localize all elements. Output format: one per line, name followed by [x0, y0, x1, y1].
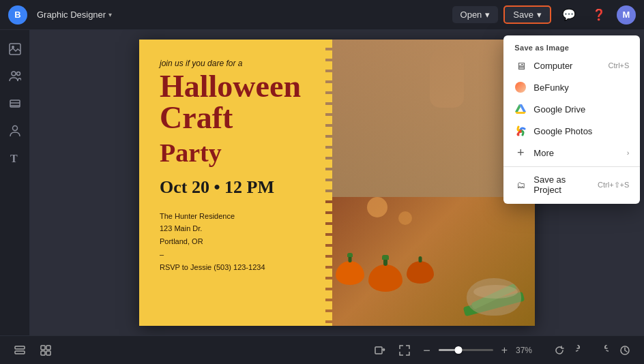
help-button[interactable]: ❓ [587, 5, 611, 25]
dropdown-item-more[interactable]: + More › [503, 142, 640, 164]
svg-marker-3 [515, 112, 526, 114]
redo-button[interactable] [594, 342, 613, 359]
sidebar-item-text[interactable]: T [3, 146, 27, 170]
zoom-in-icon: + [501, 345, 508, 356]
app-logo[interactable]: B [8, 5, 27, 25]
zoom-percent-label: 37% [516, 346, 536, 355]
resize-button[interactable] [370, 342, 390, 359]
open-chevron: ▾ [485, 10, 490, 20]
app-name-button[interactable]: Graphic Designer ▾ [33, 7, 116, 22]
invite-address1: The Hunter Residence [160, 210, 306, 223]
save-button-wrapper: Save ▾ Save as Image 🖥 Computer Ctrl+S B… [503, 5, 551, 24]
sidebar-item-layers[interactable] [3, 91, 27, 116]
computer-icon: 🖥 [514, 59, 527, 72]
svg-marker-2 [515, 104, 521, 112]
dropdown-item-gdrive[interactable]: Google Drive [503, 98, 640, 120]
bottombar: − + 37% [0, 335, 644, 364]
sidebar-item-people[interactable] [3, 64, 27, 89]
open-button[interactable]: Open ▾ [452, 6, 499, 23]
gphotos-icon [514, 125, 527, 137]
avatar[interactable]: M [617, 5, 636, 25]
expand-button[interactable] [394, 342, 415, 359]
dropdown-item-computer[interactable]: 🖥 Computer Ctrl+S [503, 55, 640, 76]
undo-button[interactable] [572, 342, 591, 359]
invite-address2: 123 Main Dr. [160, 222, 306, 235]
svg-point-8 [16, 72, 20, 76]
dropdown-item-save-project-label: Save as Project [533, 175, 591, 195]
bottom-right-controls [550, 342, 634, 359]
svg-rect-15 [15, 351, 25, 354]
dropdown-divider [503, 166, 640, 167]
save-dropdown-menu: Save as Image 🖥 Computer Ctrl+S BeFunky [503, 35, 640, 204]
invite-join-text: join us if you dare for a [160, 59, 306, 68]
befunky-icon [514, 81, 527, 93]
svg-text:T: T [10, 153, 18, 164]
svg-rect-16 [41, 346, 45, 350]
gdrive-icon [514, 103, 527, 115]
project-icon: 🗂 [514, 179, 527, 191]
dropdown-item-gphotos[interactable]: Google Photos [503, 120, 640, 142]
layers-toggle-button[interactable] [10, 342, 30, 359]
dropdown-item-gdrive-label: Google Drive [533, 104, 585, 115]
svg-rect-5 [10, 44, 20, 55]
topbar: B Graphic Designer ▾ Open ▾ Save ▾ Save … [0, 0, 644, 30]
zoom-out-icon: − [423, 344, 430, 357]
save-button[interactable]: Save ▾ [503, 5, 551, 24]
svg-point-7 [12, 72, 16, 76]
dropdown-item-gphotos-label: Google Photos [533, 126, 592, 136]
svg-point-12 [12, 126, 17, 131]
svg-rect-18 [41, 351, 45, 355]
dropdown-shortcut-save-project: Ctrl+⇧+S [598, 181, 629, 189]
sidebar-item-images[interactable] [3, 37, 27, 61]
svg-rect-20 [375, 347, 382, 354]
dropdown-item-computer-label: Computer [533, 61, 572, 71]
zoom-slider[interactable] [439, 349, 493, 351]
invite-rsvp: RSVP to Jessie (503) 123-1234 [160, 261, 306, 274]
card-left-panel: join us if you dare for a Halloween Craf… [139, 40, 325, 326]
invite-details: The Hunter Residence 123 Main Dr. Portla… [160, 210, 306, 273]
invite-title-party: Party [160, 139, 306, 168]
invite-date: Oct 20 • 12 PM [160, 177, 306, 198]
save-label: Save [513, 10, 533, 20]
zoom-slider-thumb [455, 346, 463, 354]
save-chevron: ▾ [537, 10, 542, 20]
svg-rect-19 [46, 351, 50, 355]
dropdown-section-label: Save as Image [503, 40, 640, 55]
dropdown-item-more-label: More [533, 148, 554, 158]
app-name-label: Graphic Designer [37, 10, 106, 20]
refresh-button[interactable] [550, 342, 569, 359]
sidebar-item-users[interactable] [3, 119, 27, 143]
dropdown-item-befunky-label: BeFunky [533, 82, 568, 93]
zoom-out-button[interactable]: − [419, 343, 435, 358]
more-arrow-icon: › [627, 149, 630, 157]
invite-address3: Portland, OR [160, 235, 306, 248]
zoom-in-button[interactable]: + [497, 344, 512, 357]
dropdown-shortcut-computer: Ctrl+S [608, 61, 629, 70]
left-sidebar: T [0, 30, 30, 335]
invite-title-craft: Craft [160, 102, 306, 134]
chat-button[interactable]: 💬 [557, 5, 581, 25]
app-name-chevron: ▾ [108, 11, 112, 18]
invite-title-halloween: Halloween [160, 71, 306, 102]
dropdown-item-save-project[interactable]: 🗂 Save as Project Ctrl+⇧+S [503, 170, 640, 200]
svg-marker-1 [519, 104, 526, 112]
invite-dash: – [160, 248, 306, 261]
invitation-card: join us if you dare for a Halloween Craf… [139, 40, 535, 326]
plus-icon: + [514, 147, 527, 159]
svg-rect-17 [46, 346, 50, 350]
grid-toggle-button[interactable] [35, 342, 56, 359]
zoom-controls: − + 37% [370, 342, 536, 359]
open-label: Open [460, 10, 482, 20]
history-button[interactable] [615, 342, 634, 359]
svg-rect-14 [15, 346, 25, 349]
dropdown-item-befunky[interactable]: BeFunky [503, 76, 640, 98]
